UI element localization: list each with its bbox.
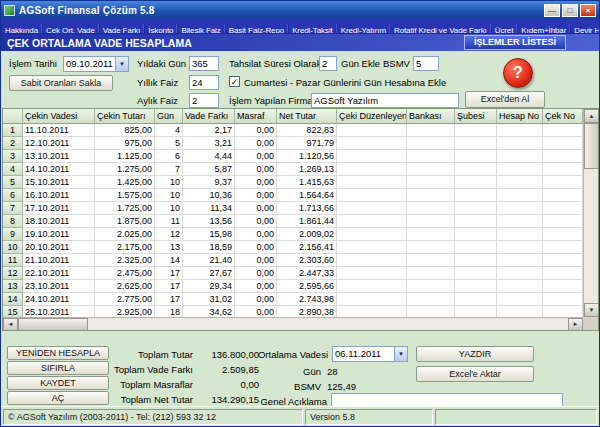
- excele-aktar-button[interactable]: Excel'e Aktar: [416, 366, 534, 382]
- chevron-down-icon[interactable]: ▾: [394, 347, 407, 361]
- table-row[interactable]: 111.10.2011825,0042,170,00822,83: [3, 124, 583, 137]
- scroll-down-icon[interactable]: ▼: [584, 303, 599, 317]
- menu-item[interactable]: Çek Ort. Vade: [42, 24, 99, 34]
- menu-item[interactable]: Hakkında: [1, 24, 42, 34]
- cell: [407, 124, 455, 137]
- column-header[interactable]: Şubesi: [455, 109, 497, 124]
- cell: [497, 228, 543, 241]
- menu-item[interactable]: Bileşik Faiz: [177, 24, 224, 34]
- table-row[interactable]: 212.10.2011975,0053,210,00971,79: [3, 137, 583, 150]
- close-button[interactable]: ×: [580, 4, 596, 17]
- table-row[interactable]: 1121.10.20112.325,001421,400,002.303,60: [3, 254, 583, 267]
- cell: [407, 228, 455, 241]
- cell: 12.10.2011: [23, 137, 95, 150]
- weekend-checkbox[interactable]: ✓: [229, 76, 240, 87]
- column-header[interactable]: Çekin Tutarı: [95, 109, 155, 124]
- scroll-left-icon[interactable]: ◄: [3, 318, 18, 331]
- menu-item[interactable]: Vade Farkı: [99, 24, 145, 34]
- table-row[interactable]: 515.10.20111.425,00109,370,001.415,63: [3, 176, 583, 189]
- scroll-right-icon[interactable]: ►: [568, 318, 583, 331]
- menu-item[interactable]: Kredi-Yatırım: [337, 24, 390, 34]
- column-header[interactable]: Vade Farkı: [183, 109, 235, 124]
- menu-item[interactable]: Devir Hızı: [570, 24, 599, 34]
- table-row[interactable]: 616.10.20111.575,001010,360,001.564,64: [3, 189, 583, 202]
- cell: [543, 293, 583, 306]
- cell: 0,00: [235, 189, 277, 202]
- cell: 2.009,02: [277, 228, 337, 241]
- cell: [497, 267, 543, 280]
- kaydet-button[interactable]: KAYDET: [7, 376, 109, 390]
- column-header[interactable]: Çeki Düzenleyen: [337, 109, 407, 124]
- cell: 1.861,44: [277, 215, 337, 228]
- cell: 2.775,00: [95, 293, 155, 306]
- yazdir-button[interactable]: YAZDIR: [416, 346, 534, 362]
- excelden-al-button[interactable]: Excel'den Al: [465, 91, 545, 108]
- cell: [497, 137, 543, 150]
- table-row[interactable]: 717.10.20111.725,001011,340,001.713,66: [3, 202, 583, 215]
- yeniden-hesapla-button[interactable]: YENİDEN HESAPLA: [7, 346, 109, 360]
- cell: [337, 150, 407, 163]
- vertical-scrollbar[interactable]: ▲ ▼: [583, 109, 598, 317]
- row-number-cell: 4: [3, 163, 23, 176]
- ac-button[interactable]: AÇ: [7, 391, 109, 405]
- yillik-faiz-input[interactable]: [189, 75, 219, 90]
- vertical-scrollbar-thumb[interactable]: [584, 123, 599, 169]
- row-number-cell: 6: [3, 189, 23, 202]
- help-button[interactable]: ?: [503, 58, 533, 88]
- cell: [337, 189, 407, 202]
- yillik-faiz-label: Yıllık Faiz: [137, 77, 178, 88]
- table-row[interactable]: 313.10.20111.125,0064,440,001.120,56: [3, 150, 583, 163]
- aylik-faiz-input[interactable]: [189, 93, 219, 108]
- column-header[interactable]: Çekin Vadesi: [23, 109, 95, 124]
- table-row[interactable]: 1424.10.20112.775,001731,020,002.743,98: [3, 293, 583, 306]
- menu-item[interactable]: Kıdem+İhbar: [517, 24, 570, 34]
- cell: [497, 241, 543, 254]
- table-row[interactable]: 818.10.20111.875,001113,560,001.861,44: [3, 215, 583, 228]
- bsmv-rate-input[interactable]: [413, 56, 439, 71]
- grid-corner-cell[interactable]: [3, 109, 23, 124]
- column-header[interactable]: Çek No: [543, 109, 583, 124]
- menu-bar: HakkındaÇek Ort. VadeVade FarkıİskontoBi…: [1, 19, 599, 34]
- minimize-button[interactable]: —: [544, 4, 560, 17]
- cell: 6: [155, 150, 183, 163]
- cell: 2.743,98: [277, 293, 337, 306]
- menu-item[interactable]: Basit Faiz-Repo: [225, 24, 288, 34]
- cell: 5,87: [183, 163, 235, 176]
- table-row[interactable]: 1222.10.20112.475,001727,670,002.447,33: [3, 267, 583, 280]
- sabit-oranlari-sakla-button[interactable]: Sabit Oranları Sakla: [9, 75, 113, 91]
- menu-item[interactable]: Ücret: [491, 24, 518, 34]
- cell: [543, 254, 583, 267]
- cell: [407, 150, 455, 163]
- maximize-button[interactable]: □: [562, 4, 578, 17]
- chevron-down-icon[interactable]: ▾: [115, 57, 128, 71]
- cell: [337, 228, 407, 241]
- column-header[interactable]: Hesap No: [497, 109, 543, 124]
- horizontal-scrollbar-thumb[interactable]: [18, 318, 88, 331]
- table-row[interactable]: 1323.10.20112.625,001729,340,002.595,66: [3, 280, 583, 293]
- islem-tarihi-combo[interactable]: 09.10.2011 ▾: [63, 56, 129, 72]
- menu-item[interactable]: İskonto: [144, 24, 177, 34]
- cell: [337, 163, 407, 176]
- genel-aciklama-input[interactable]: [331, 393, 563, 407]
- app-window: AGSoft Finansal Çözüm 5.8 — □ × Hakkında…: [0, 0, 600, 427]
- yildaki-gun-input[interactable]: [189, 56, 219, 71]
- column-header[interactable]: Net Tutar: [277, 109, 337, 124]
- cell: [337, 293, 407, 306]
- ortalama-vadesi-combo[interactable]: 06.11.2011 ▾: [332, 346, 408, 362]
- horizontal-scrollbar[interactable]: ◄ ►: [3, 317, 583, 330]
- islemler-listesi-button[interactable]: İŞLEMLER LİSTESİ: [464, 35, 566, 50]
- column-header[interactable]: Masraf: [235, 109, 277, 124]
- cell: [543, 267, 583, 280]
- sifirla-button[interactable]: SIFIRLA: [7, 361, 109, 375]
- firma-input[interactable]: [311, 93, 459, 108]
- table-row[interactable]: 919.10.20112.025,001215,980,002.009,02: [3, 228, 583, 241]
- menu-item[interactable]: Rotatif Kredi ve Vade Farkı: [390, 24, 491, 34]
- tahsilat-input[interactable]: [319, 56, 337, 71]
- cell: [455, 215, 497, 228]
- table-row[interactable]: 414.10.20111.275,0075,870,001.269,13: [3, 163, 583, 176]
- menu-item[interactable]: Kredi-Taksit: [288, 24, 337, 34]
- table-row[interactable]: 1020.10.20112.175,001318,590,002.156,41: [3, 241, 583, 254]
- column-header[interactable]: Bankası: [407, 109, 455, 124]
- scroll-up-icon[interactable]: ▲: [584, 109, 599, 123]
- column-header[interactable]: Gün: [155, 109, 183, 124]
